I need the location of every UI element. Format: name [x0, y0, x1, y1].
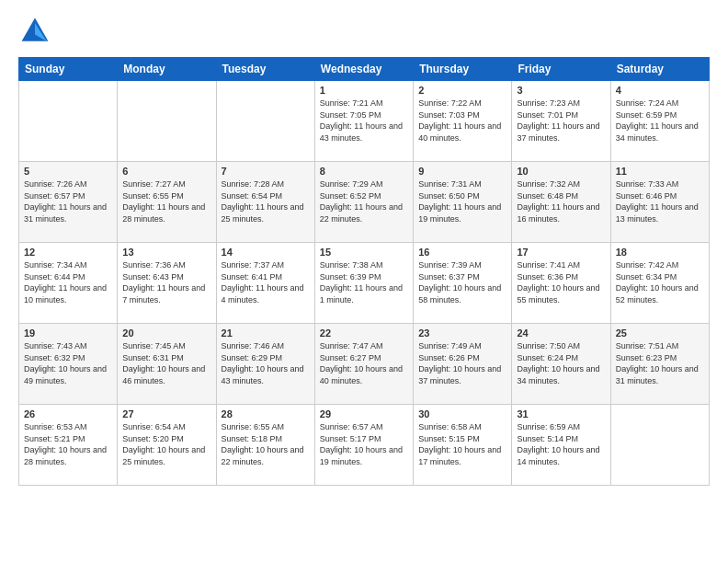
- calendar-cell: 22Sunrise: 7:47 AMSunset: 6:27 PMDayligh…: [314, 324, 413, 405]
- weekday-header-sunday: Sunday: [19, 58, 118, 81]
- day-info: Sunrise: 7:28 AMSunset: 6:54 PMDaylight:…: [222, 178, 310, 224]
- calendar-cell: 2Sunrise: 7:22 AMSunset: 7:03 PMDaylight…: [414, 81, 512, 162]
- weekday-header-saturday: Saturday: [610, 58, 709, 81]
- day-number: 10: [517, 166, 605, 177]
- day-number: 18: [616, 247, 704, 258]
- day-number: 9: [418, 166, 506, 177]
- day-number: 6: [122, 166, 210, 177]
- day-number: 27: [122, 408, 210, 419]
- day-number: 15: [320, 247, 408, 258]
- day-info: Sunrise: 7:49 AMSunset: 6:26 PMDaylight:…: [418, 340, 506, 386]
- day-info: Sunrise: 7:24 AMSunset: 6:59 PMDaylight:…: [616, 98, 704, 144]
- day-number: 28: [222, 408, 310, 419]
- day-number: 23: [418, 327, 506, 339]
- week-row-3: 12Sunrise: 7:34 AMSunset: 6:44 PMDayligh…: [19, 243, 710, 324]
- page: SundayMondayTuesdayWednesdayThursdayFrid…: [0, 0, 728, 563]
- calendar-cell: 9Sunrise: 7:31 AMSunset: 6:50 PMDaylight…: [414, 162, 512, 243]
- day-number: 17: [517, 247, 605, 258]
- day-info: Sunrise: 7:31 AMSunset: 6:50 PMDaylight:…: [418, 178, 506, 224]
- calendar-cell: [216, 81, 314, 162]
- weekday-header-monday: Monday: [118, 58, 216, 81]
- calendar-cell: 16Sunrise: 7:39 AMSunset: 6:37 PMDayligh…: [414, 243, 512, 324]
- week-row-4: 19Sunrise: 7:43 AMSunset: 6:32 PMDayligh…: [19, 324, 710, 405]
- calendar-cell: [118, 81, 216, 162]
- weekday-header-wednesday: Wednesday: [314, 58, 413, 81]
- weekday-header-friday: Friday: [512, 58, 610, 81]
- day-info: Sunrise: 6:59 AMSunset: 5:14 PMDaylight:…: [517, 421, 605, 467]
- day-number: 7: [222, 166, 310, 177]
- calendar-cell: 8Sunrise: 7:29 AMSunset: 6:52 PMDaylight…: [314, 162, 413, 243]
- calendar-cell: 25Sunrise: 7:51 AMSunset: 6:23 PMDayligh…: [610, 324, 709, 405]
- day-number: 3: [517, 85, 605, 96]
- logo-icon: [18, 15, 51, 48]
- calendar-cell: 13Sunrise: 7:36 AMSunset: 6:43 PMDayligh…: [118, 243, 216, 324]
- calendar-cell: 20Sunrise: 7:45 AMSunset: 6:31 PMDayligh…: [118, 324, 216, 405]
- day-info: Sunrise: 7:50 AMSunset: 6:24 PMDaylight:…: [517, 340, 605, 386]
- calendar-cell: 11Sunrise: 7:33 AMSunset: 6:46 PMDayligh…: [610, 162, 709, 243]
- day-number: 29: [320, 408, 408, 419]
- calendar-cell: 15Sunrise: 7:38 AMSunset: 6:39 PMDayligh…: [314, 243, 413, 324]
- calendar-cell: 18Sunrise: 7:42 AMSunset: 6:34 PMDayligh…: [610, 243, 709, 324]
- day-number: 26: [24, 408, 112, 419]
- day-info: Sunrise: 7:27 AMSunset: 6:55 PMDaylight:…: [122, 178, 210, 224]
- day-number: 24: [517, 327, 605, 339]
- calendar-cell: [19, 81, 118, 162]
- calendar-cell: 6Sunrise: 7:27 AMSunset: 6:55 PMDaylight…: [118, 162, 216, 243]
- calendar-cell: 14Sunrise: 7:37 AMSunset: 6:41 PMDayligh…: [216, 243, 314, 324]
- day-info: Sunrise: 7:46 AMSunset: 6:29 PMDaylight:…: [222, 340, 310, 386]
- day-info: Sunrise: 7:21 AMSunset: 7:05 PMDaylight:…: [320, 98, 408, 144]
- calendar-cell: 17Sunrise: 7:41 AMSunset: 6:36 PMDayligh…: [512, 243, 610, 324]
- calendar-cell: 23Sunrise: 7:49 AMSunset: 6:26 PMDayligh…: [414, 324, 512, 405]
- day-info: Sunrise: 7:38 AMSunset: 6:39 PMDaylight:…: [320, 259, 408, 305]
- day-number: 14: [222, 247, 310, 258]
- day-info: Sunrise: 7:47 AMSunset: 6:27 PMDaylight:…: [320, 340, 408, 386]
- calendar-cell: 21Sunrise: 7:46 AMSunset: 6:29 PMDayligh…: [216, 324, 314, 405]
- day-info: Sunrise: 7:43 AMSunset: 6:32 PMDaylight:…: [24, 340, 112, 386]
- day-info: Sunrise: 6:54 AMSunset: 5:20 PMDaylight:…: [122, 421, 210, 467]
- day-info: Sunrise: 7:45 AMSunset: 6:31 PMDaylight:…: [122, 340, 210, 386]
- calendar-cell: 12Sunrise: 7:34 AMSunset: 6:44 PMDayligh…: [19, 243, 118, 324]
- week-row-5: 26Sunrise: 6:53 AMSunset: 5:21 PMDayligh…: [19, 405, 710, 486]
- day-info: Sunrise: 7:42 AMSunset: 6:34 PMDaylight:…: [616, 259, 704, 305]
- day-info: Sunrise: 7:33 AMSunset: 6:46 PMDaylight:…: [616, 178, 704, 224]
- calendar-cell: 30Sunrise: 6:58 AMSunset: 5:15 PMDayligh…: [414, 405, 512, 486]
- day-number: 5: [24, 166, 112, 177]
- day-number: 19: [24, 327, 112, 339]
- calendar-cell: 1Sunrise: 7:21 AMSunset: 7:05 PMDaylight…: [314, 81, 413, 162]
- calendar-cell: 24Sunrise: 7:50 AMSunset: 6:24 PMDayligh…: [512, 324, 610, 405]
- day-info: Sunrise: 6:53 AMSunset: 5:21 PMDaylight:…: [24, 421, 112, 467]
- day-info: Sunrise: 6:55 AMSunset: 5:18 PMDaylight:…: [222, 421, 310, 467]
- calendar-cell: 26Sunrise: 6:53 AMSunset: 5:21 PMDayligh…: [19, 405, 118, 486]
- day-number: 16: [418, 247, 506, 258]
- calendar-cell: 10Sunrise: 7:32 AMSunset: 6:48 PMDayligh…: [512, 162, 610, 243]
- day-number: 22: [320, 327, 408, 339]
- day-number: 1: [320, 85, 408, 96]
- calendar-header-row: SundayMondayTuesdayWednesdayThursdayFrid…: [19, 58, 710, 81]
- calendar-cell: [610, 405, 709, 486]
- header: [18, 15, 710, 48]
- day-number: 25: [616, 327, 704, 339]
- day-info: Sunrise: 7:37 AMSunset: 6:41 PMDaylight:…: [222, 259, 310, 305]
- day-number: 12: [24, 247, 112, 258]
- day-number: 31: [517, 408, 605, 419]
- day-info: Sunrise: 7:29 AMSunset: 6:52 PMDaylight:…: [320, 178, 408, 224]
- week-row-1: 1Sunrise: 7:21 AMSunset: 7:05 PMDaylight…: [19, 81, 710, 162]
- week-row-2: 5Sunrise: 7:26 AMSunset: 6:57 PMDaylight…: [19, 162, 710, 243]
- calendar-cell: 3Sunrise: 7:23 AMSunset: 7:01 PMDaylight…: [512, 81, 610, 162]
- day-number: 13: [122, 247, 210, 258]
- weekday-header-tuesday: Tuesday: [216, 58, 314, 81]
- day-number: 2: [418, 85, 506, 96]
- day-info: Sunrise: 7:39 AMSunset: 6:37 PMDaylight:…: [418, 259, 506, 305]
- calendar-cell: 28Sunrise: 6:55 AMSunset: 5:18 PMDayligh…: [216, 405, 314, 486]
- day-number: 20: [122, 327, 210, 339]
- day-info: Sunrise: 7:36 AMSunset: 6:43 PMDaylight:…: [122, 259, 210, 305]
- day-info: Sunrise: 7:26 AMSunset: 6:57 PMDaylight:…: [24, 178, 112, 224]
- day-info: Sunrise: 6:58 AMSunset: 5:15 PMDaylight:…: [418, 421, 506, 467]
- day-number: 21: [222, 327, 310, 339]
- day-info: Sunrise: 7:23 AMSunset: 7:01 PMDaylight:…: [517, 98, 605, 144]
- day-info: Sunrise: 6:57 AMSunset: 5:17 PMDaylight:…: [320, 421, 408, 467]
- calendar-cell: 29Sunrise: 6:57 AMSunset: 5:17 PMDayligh…: [314, 405, 413, 486]
- calendar-cell: 5Sunrise: 7:26 AMSunset: 6:57 PMDaylight…: [19, 162, 118, 243]
- calendar-cell: 7Sunrise: 7:28 AMSunset: 6:54 PMDaylight…: [216, 162, 314, 243]
- calendar-cell: 4Sunrise: 7:24 AMSunset: 6:59 PMDaylight…: [610, 81, 709, 162]
